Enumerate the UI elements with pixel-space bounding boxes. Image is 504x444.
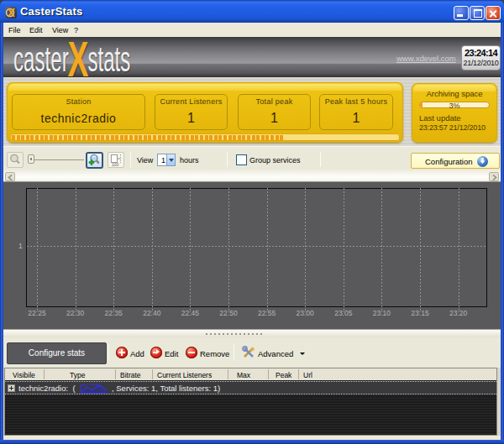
svg-text:100: 100 <box>112 162 119 167</box>
